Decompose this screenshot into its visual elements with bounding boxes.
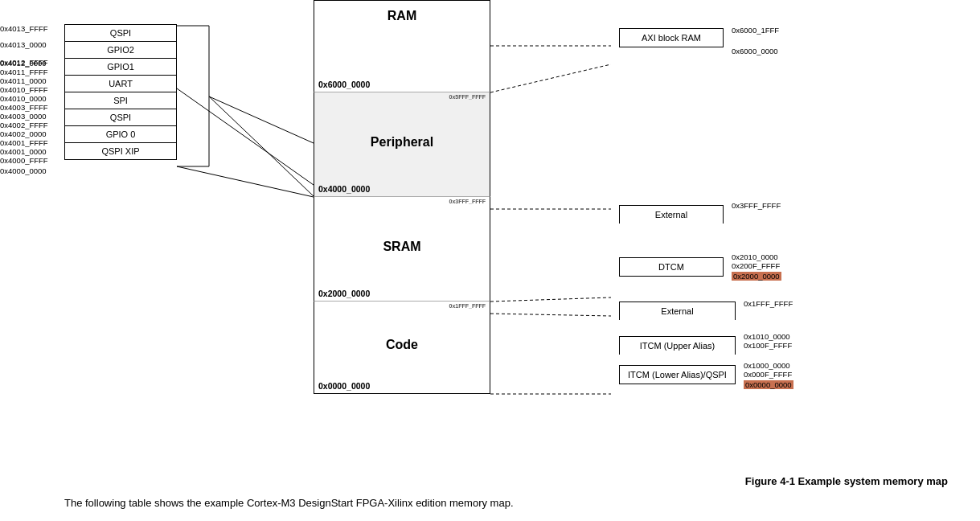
sram-external-box: External xyxy=(619,205,724,224)
svg-line-11 xyxy=(490,314,611,316)
peripheral-uart: UART xyxy=(65,76,176,92)
peripheral-qspi-2: QSPI xyxy=(65,109,176,126)
peripheral-spi: SPI xyxy=(65,92,176,109)
addr-0x4001-FFFF: 0x4001_FFFF xyxy=(0,138,48,147)
peripheral-qspi-1: QSPI xyxy=(65,25,176,42)
addr-0x4012-0000: 0x4012_0000 xyxy=(0,59,47,68)
sram-dtcm-box: DTCM xyxy=(619,257,724,277)
addr-0x4002-FFFF: 0x4002_FFFF xyxy=(0,121,48,129)
addr-0x4003-0000: 0x4003_0000 xyxy=(0,112,47,121)
addr-0x4003-FFFF: 0x4003_FFFF xyxy=(0,103,48,112)
code-addr-1fff: 0x1FFF_FFFF xyxy=(744,299,793,308)
svg-line-1 xyxy=(177,166,314,197)
svg-line-6 xyxy=(209,96,314,196)
sram-addr-2010: 0x2010_0000 xyxy=(732,252,778,261)
peripheral-addr-bottom: 0x4000_0000 xyxy=(314,184,370,196)
body-text: The following table shows the example Co… xyxy=(64,497,514,509)
peripheral-title: Peripheral xyxy=(371,135,433,150)
ram-section: RAM 0x6000_0000 xyxy=(314,0,490,92)
peripheral-gpio2: GPIO2 xyxy=(65,42,176,59)
axi-block-ram-box: AXI block RAM xyxy=(619,28,724,47)
code-title: Code xyxy=(386,338,418,352)
peripheral-gpio0: GPIO 0 xyxy=(65,126,176,143)
svg-line-10 xyxy=(490,297,611,302)
code-addr-0000-highlight: 0x0000_0000 xyxy=(744,380,793,389)
addr-0x4010-0000: 0x4010_0000 xyxy=(0,94,47,103)
addr-0x4000-FFFF: 0x4000_FFFF xyxy=(0,156,48,165)
peripheral-section: 0x5FFF_FFFF Peripheral 0x4000_0000 xyxy=(314,92,490,197)
addr-0x4011-FFFF: 0x4011_FFFF xyxy=(0,68,48,76)
figure-caption: Figure 4-1 Example system memory map xyxy=(745,475,948,487)
code-addr-100f: 0x100F_FFFF xyxy=(744,341,792,350)
sram-addr-bottom: 0x2000_0000 xyxy=(314,289,370,301)
peripheral-addr-top: 0x5FFF_FFFF xyxy=(449,92,490,100)
code-section: 0x1FFF_FFFF Code 0x0000_0000 xyxy=(314,302,490,394)
addr-0x4000-0000: 0x4000_0000 xyxy=(0,166,47,175)
code-itcm-upper-box: ITCM (Upper Alias) xyxy=(619,336,736,355)
peripheral-qspi-xip: QSPI XIP xyxy=(65,143,176,159)
code-addr-top: 0x1FFF_FFFF xyxy=(449,302,490,309)
peripheral-gpio1: GPIO1 xyxy=(65,59,176,76)
code-addr-1010: 0x1010_0000 xyxy=(744,332,790,341)
ram-addr-bottom: 0x6000_0000 xyxy=(314,80,370,92)
sram-addr-top: 0x3FFF_FFFF xyxy=(449,197,490,204)
svg-line-8 xyxy=(490,64,611,92)
axi-addr-bottom: 0x6000_0000 xyxy=(732,47,778,55)
svg-line-0 xyxy=(177,88,314,185)
addr-0x4001-0000: 0x4001_0000 xyxy=(0,147,47,156)
code-addr-000f: 0x000F_FFFF xyxy=(744,370,792,379)
code-external-box: External xyxy=(619,302,736,320)
sram-addr-2000-highlight: 0x2000_0000 xyxy=(732,272,781,281)
sram-section: 0x3FFF_FFFF SRAM 0x2000_0000 xyxy=(314,197,490,302)
diagram-container: 0x4013_FFFF 0x4013_0000 0x4012_FFFF 0x40… xyxy=(0,0,980,466)
sram-title: SRAM xyxy=(383,240,420,254)
axi-addr-top: 0x6000_1FFF xyxy=(732,26,779,35)
addr-0x4011-0000: 0x4011_0000 xyxy=(0,76,47,85)
code-itcm-lower-box: ITCM (Lower Alias)/QSPI xyxy=(619,365,736,384)
addr-0x4002-0000: 0x4002_0000 xyxy=(0,129,47,138)
svg-line-5 xyxy=(209,96,314,143)
code-addr-1000: 0x1000_0000 xyxy=(744,361,790,370)
peripheral-list: QSPI GPIO2 GPIO1 UART SPI QSPI GPIO 0 QS… xyxy=(64,24,177,160)
sram-addr-right-top: 0x3FFF_FFFF xyxy=(732,201,781,210)
addr-0x4013-FFFF: 0x4013_FFFF xyxy=(0,24,48,33)
addr-0x4010-FFFF: 0x4010_FFFF xyxy=(0,85,48,94)
ram-title: RAM xyxy=(387,1,416,23)
code-addr-bottom: 0x0000_0000 xyxy=(314,381,370,393)
sram-addr-200f: 0x200F_FFFF xyxy=(732,261,780,270)
addr-0x4013-0000: 0x4013_0000 xyxy=(0,40,47,49)
